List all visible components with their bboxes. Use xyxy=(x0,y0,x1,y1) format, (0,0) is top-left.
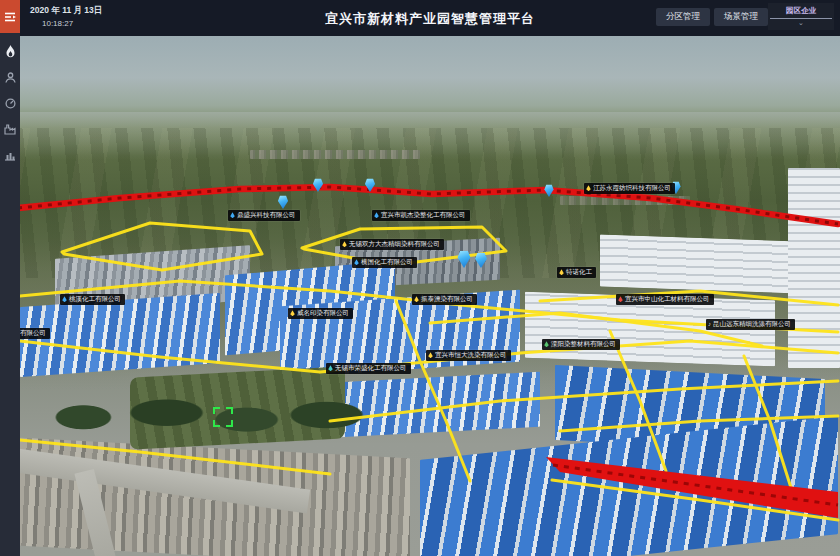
company-marker-icon xyxy=(230,212,235,218)
company-label[interactable]: 宜兴市中山化工材料有限公司 xyxy=(616,294,714,305)
company-name: 宜兴市中山化工材料有限公司 xyxy=(625,296,710,303)
bar-chart-icon[interactable] xyxy=(0,142,20,168)
company-name: 江苏永霞纺织科技有限公司 xyxy=(593,185,671,192)
company-label[interactable]: 江苏永霞纺织科技有限公司 xyxy=(584,183,675,194)
user-icon[interactable] xyxy=(0,64,20,90)
company-marker-icon xyxy=(290,310,295,316)
zone-manage-button[interactable]: 分区管理 xyxy=(656,8,710,26)
dropdown-label: 园区企业 xyxy=(768,3,834,16)
company-name: 特诺化工 xyxy=(566,269,592,276)
selection-bracket xyxy=(213,407,233,427)
menu-icon[interactable] xyxy=(0,0,20,33)
company-marker-icon xyxy=(544,341,549,347)
company-marker-icon xyxy=(62,296,67,302)
time-label: 10:18:27 xyxy=(42,19,73,28)
fire-icon[interactable] xyxy=(0,38,20,64)
company-label[interactable]: 无锡双方大杰精细染料有限公司 xyxy=(340,239,444,250)
company-name: 溧阳染整材料有限公司 xyxy=(551,341,616,348)
company-name: 鼎盛兴科技有限公司 xyxy=(237,212,296,219)
company-name: 宜兴市恒大洗染有限公司 xyxy=(435,352,507,359)
map-3d-view[interactable]: 鼎盛兴科技有限公司宜兴市凯杰染整化工有限公司江苏永霞纺织科技有限公司无锡双方大杰… xyxy=(0,0,840,556)
date-label: 2020 年 11 月 13日 xyxy=(30,5,102,17)
company-name: 无锡市荣盛化工有限公司 xyxy=(335,365,407,372)
location-marker-icon[interactable] xyxy=(457,250,471,268)
company-marker-icon xyxy=(559,269,564,275)
company-label[interactable]: 宜兴市凯杰染整化工有限公司 xyxy=(372,210,470,221)
company-marker-icon xyxy=(618,296,623,302)
company-name: 横国化工有限公司 xyxy=(361,259,413,266)
company-marker-icon: ♪ xyxy=(708,321,711,327)
company-name: 振泰漂染有限公司 xyxy=(421,296,473,303)
company-label[interactable]: 宜兴市恒大洗染有限公司 xyxy=(426,350,511,361)
company-label[interactable]: 横国化工有限公司 xyxy=(352,257,417,268)
left-sidebar xyxy=(0,0,20,556)
top-header: 2020 年 11 月 13日 10:18:27 宜兴市新材料产业园智慧管理平台… xyxy=(20,0,840,36)
company-label[interactable]: 振泰漂染有限公司 xyxy=(412,294,477,305)
company-marker-icon xyxy=(428,352,433,358)
company-marker-icon xyxy=(414,296,419,302)
company-label[interactable]: ♪昆山远东精细洗涤有限公司 xyxy=(706,319,795,330)
company-marker-icon xyxy=(354,259,359,265)
company-label[interactable]: 桃溪化工有限公司 xyxy=(60,294,125,305)
company-marker-icon xyxy=(342,241,347,247)
company-label[interactable]: 溧阳染整材料有限公司 xyxy=(542,339,620,350)
park-enterprise-dropdown[interactable]: 园区企业 ⌄ xyxy=(768,3,834,30)
company-label[interactable]: 无锡市荣盛化工有限公司 xyxy=(326,363,411,374)
company-name: 无锡双方大杰精细染料有限公司 xyxy=(349,241,440,248)
company-name: 宜兴市凯杰染整化工有限公司 xyxy=(381,212,466,219)
company-label[interactable]: 鼎盛兴科技有限公司 xyxy=(228,210,300,221)
location-marker-icon[interactable] xyxy=(544,184,554,197)
company-label[interactable]: 特诺化工 xyxy=(557,267,596,278)
company-marker-icon xyxy=(328,365,333,371)
page-title: 宜兴市新材料产业园智慧管理平台 xyxy=(325,10,535,28)
company-name: 桃溪化工有限公司 xyxy=(69,296,121,303)
company-label[interactable]: 威名印染有限公司 xyxy=(288,308,353,319)
company-marker-icon xyxy=(374,212,379,218)
scene-manage-button[interactable]: 场景管理 xyxy=(714,8,768,26)
factory-icon[interactable] xyxy=(0,116,20,142)
location-marker-icon[interactable] xyxy=(278,195,289,209)
location-marker-icon[interactable] xyxy=(475,252,488,268)
gauge-icon[interactable] xyxy=(0,90,20,116)
location-marker-icon[interactable] xyxy=(313,178,324,192)
company-name: 威名印染有限公司 xyxy=(297,310,349,317)
company-name: 昆山远东精细洗涤有限公司 xyxy=(713,321,791,328)
chevron-down-icon: ⌄ xyxy=(768,19,834,27)
company-marker-icon xyxy=(586,185,591,191)
smart-park-platform: { "header": { "date": "2020 年 11 月 13日",… xyxy=(0,0,840,556)
location-marker-icon[interactable] xyxy=(365,178,376,192)
